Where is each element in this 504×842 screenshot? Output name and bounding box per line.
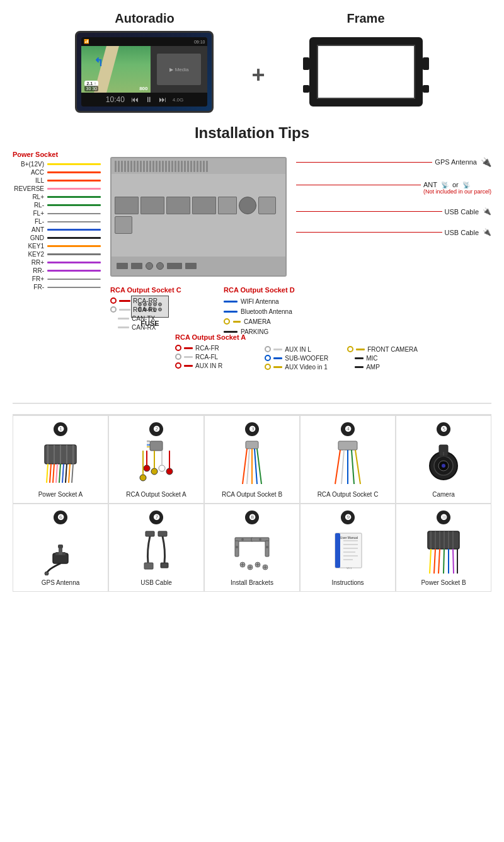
autoradio-screen: 📶09:10 ↰ 2.1 ↑ 30 30 800 ▶ Media bbox=[81, 37, 207, 107]
svg-point-50 bbox=[45, 572, 49, 575]
acc-label-6: GPS Antenna bbox=[42, 579, 80, 586]
acc-img-2 bbox=[134, 440, 178, 487]
ps-ill: ILL bbox=[13, 176, 104, 185]
annot-ant: ANT 📡 or 📡 (Not included in our parcel) bbox=[296, 181, 491, 195]
rca-c-title: RCA Output Socket C bbox=[110, 286, 205, 294]
screen-top-bar: 📶09:10 bbox=[81, 37, 207, 46]
svg-line-13 bbox=[69, 464, 70, 483]
rca-d-section: RCA Output Socket D WIFI Antenna Bluetoo… bbox=[224, 286, 318, 337]
acc-img-4 bbox=[329, 440, 367, 487]
ps-fl-plus: FL+ bbox=[13, 209, 104, 217]
svg-line-98 bbox=[434, 549, 435, 574]
frame-image bbox=[303, 31, 429, 113]
screen-bottom-bar: 10:40 ⏮⏸⏭ 4.0G bbox=[81, 93, 207, 107]
svg-text:V0.1: V0.1 bbox=[346, 567, 352, 570]
can-rx: CAN-RX bbox=[110, 323, 205, 332]
svg-point-66 bbox=[266, 546, 268, 548]
acc-num-4: ❹ bbox=[341, 422, 355, 436]
camera: CAMERA bbox=[224, 316, 318, 326]
power-socket-list: Power Socket B+(12V) ACC ILL REVERSE RL+… bbox=[13, 151, 104, 291]
plus-sign: + bbox=[251, 62, 265, 88]
aux-in-r: AUX IN R bbox=[175, 361, 246, 370]
acc-img-8 bbox=[230, 528, 274, 575]
accessories-grid: ❶ bbox=[13, 414, 491, 592]
svg-line-37 bbox=[335, 450, 340, 484]
rca-fr: RCA-FR bbox=[175, 343, 246, 352]
front-camera: FRONT CAMERA bbox=[347, 345, 418, 354]
rca-mid-col: AUX IN L SUB-WOOFER AUX Video in 1 bbox=[265, 333, 328, 371]
svg-line-41 bbox=[355, 450, 360, 484]
acc-num-8: ❽ bbox=[245, 510, 259, 524]
acc-6-gps-antenna: ❻ GPS Antenna bbox=[13, 504, 108, 592]
acc-img-6 bbox=[42, 528, 79, 575]
acc-label-2: RCA Output Socket A bbox=[126, 491, 186, 498]
svg-point-65 bbox=[236, 546, 238, 548]
rca-rl: RCA-RL bbox=[110, 305, 205, 314]
acc-label-8: Install Brackets bbox=[231, 579, 273, 586]
acc-1-power-socket-a: ❶ bbox=[13, 415, 108, 504]
aux-video-1: AUX Video in 1 bbox=[265, 362, 328, 371]
annot-usb2: USB Cable 🔌 bbox=[296, 228, 491, 236]
svg-line-35 bbox=[257, 449, 261, 484]
annot-gps: GPS Antenna 🔌 bbox=[296, 157, 491, 167]
svg-rect-90 bbox=[428, 531, 459, 549]
svg-rect-60 bbox=[235, 541, 239, 557]
acc-img-1 bbox=[42, 440, 79, 487]
svg-rect-53 bbox=[146, 531, 154, 536]
svg-rect-55 bbox=[158, 531, 167, 536]
wifi-antenna: WIFI Antenna bbox=[224, 296, 318, 306]
svg-point-64 bbox=[259, 538, 261, 541]
ps-key1: KEY1 bbox=[13, 242, 104, 250]
acc-label-3: RCA Output Socket B bbox=[222, 491, 282, 498]
install-section: Installation Tips Power Socket B+(12V) A… bbox=[0, 119, 504, 597]
map-area: ↰ 2.1 ↑ 30 30 800 bbox=[81, 46, 151, 93]
acc-label-1: Power Socket A bbox=[38, 491, 83, 498]
svg-line-102 bbox=[453, 549, 454, 574]
ps-acc: ACC bbox=[13, 168, 104, 176]
bt-antenna: Bluetooth Antenna bbox=[224, 306, 318, 316]
rca-a-sections: RCA Output Socket A RCA-FR RCA-FL AUX IN… bbox=[175, 333, 490, 371]
svg-rect-56 bbox=[161, 563, 168, 568]
svg-line-8 bbox=[53, 464, 54, 483]
autoradio-item: Autoradio 📶09:10 ↰ 2.1 ↑ 30 30 800 bbox=[75, 11, 214, 113]
rca-rr: RCA-RR bbox=[110, 296, 205, 305]
acc-9-instructions: ❾ User Manual V0.1 bbox=[300, 504, 396, 592]
autoradio-image: 📶09:10 ↰ 2.1 ↑ 30 30 800 ▶ Media bbox=[75, 31, 214, 113]
ps-rr-plus: RR+ bbox=[13, 258, 104, 267]
svg-point-24 bbox=[140, 475, 146, 481]
acc-img-9: User Manual V0.1 bbox=[328, 528, 369, 575]
svg-rect-30 bbox=[246, 441, 258, 449]
svg-rect-15 bbox=[150, 441, 163, 451]
svg-line-99 bbox=[438, 549, 440, 574]
acc-num-7: ❼ bbox=[149, 510, 163, 524]
divider bbox=[13, 403, 491, 404]
ps-reverse: REVERSE bbox=[13, 185, 104, 193]
amp: AMP bbox=[347, 362, 418, 371]
svg-line-10 bbox=[59, 464, 60, 483]
acc-10-power-socket-b: ❿ Power bbox=[396, 504, 491, 592]
unit-vents bbox=[112, 158, 285, 174]
svg-line-11 bbox=[62, 464, 64, 483]
install-title: Installation Tips bbox=[13, 124, 491, 142]
ps-gnd: GND bbox=[13, 234, 104, 242]
ps-key2: KEY2 bbox=[13, 250, 104, 258]
svg-point-20 bbox=[159, 465, 165, 471]
rca-right-col: FRONT CAMERA MIC AMP bbox=[347, 333, 418, 371]
svg-line-12 bbox=[66, 464, 67, 483]
unit-ports bbox=[112, 257, 285, 275]
svg-line-38 bbox=[341, 450, 344, 484]
wiring-area: Power Socket B+(12V) ACC ILL REVERSE RL+… bbox=[13, 151, 491, 390]
acc-4-rca-socket-c: ❹ RCA Output Socket C bbox=[300, 415, 396, 504]
acc-label-5: Camera bbox=[432, 491, 455, 498]
acc-label-7: USB Cable bbox=[140, 579, 171, 586]
svg-line-14 bbox=[72, 464, 73, 483]
rca-c-section: RCA Output Socket C RCA-RR RCA-RL CAN-TX bbox=[110, 286, 205, 337]
rca-a-col: RCA Output Socket A RCA-FR RCA-FL AUX IN… bbox=[175, 333, 246, 371]
aux-in-l: AUX IN L bbox=[265, 345, 328, 354]
svg-point-45 bbox=[442, 464, 445, 468]
frame-border bbox=[309, 37, 423, 107]
svg-line-6 bbox=[47, 464, 48, 483]
svg-point-16 bbox=[144, 465, 150, 471]
acc-num-3: ❸ bbox=[245, 422, 259, 436]
acc-label-4: RCA Output Socket C bbox=[318, 491, 379, 498]
